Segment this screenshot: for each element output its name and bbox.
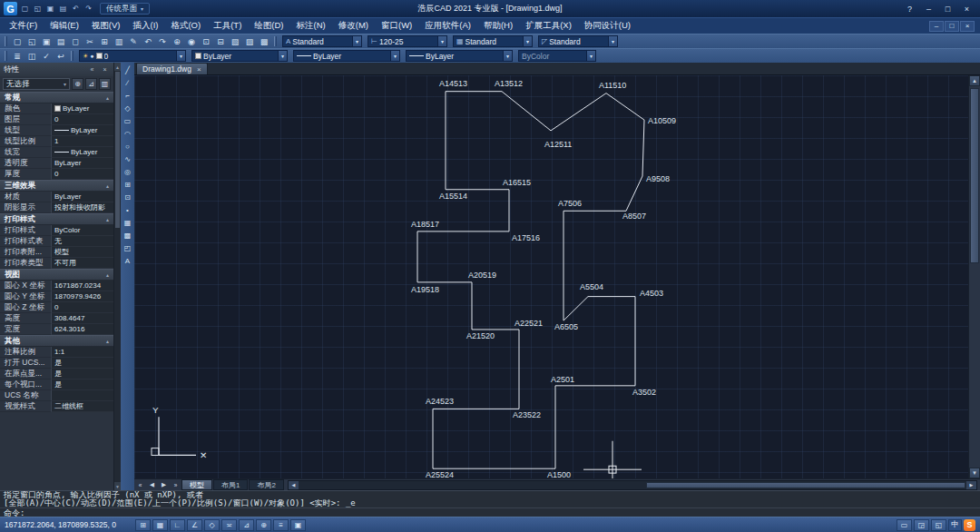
scroll-down-icon[interactable]: ▼ [114, 482, 121, 490]
scroll-down-icon[interactable]: ▼ [969, 468, 980, 478]
menu-edit[interactable]: 编辑(E) [44, 18, 85, 34]
selection-type-select[interactable]: 无选择 ▾ [3, 78, 70, 90]
menu-file[interactable]: 文件(F) [3, 18, 44, 34]
prop-value-linetype-scale[interactable]: 1 [51, 136, 113, 147]
mleader-style-select[interactable]: ◸Standard▾ [538, 35, 618, 47]
section-header-plot-style[interactable]: 打印样式▴ [0, 213, 113, 225]
chevron-down-icon[interactable]: ▾ [176, 51, 185, 61]
h-scroll-thumb[interactable] [646, 482, 965, 488]
pan-icon[interactable]: ⊕ [170, 35, 184, 48]
plot-icon[interactable]: ▤ [54, 35, 68, 48]
toolbar-grip[interactable] [71, 51, 74, 61]
prop-value-ucs-icon-on[interactable]: 是 [51, 358, 113, 369]
color-select[interactable]: ByLayer▾ [191, 50, 288, 62]
spline-tool-icon[interactable]: ∿ [122, 153, 133, 165]
collapse-icon[interactable]: ▴ [106, 271, 109, 278]
quickprops-toggle[interactable]: ▣ [290, 519, 306, 531]
chevron-down-icon[interactable]: ▾ [608, 36, 617, 46]
chevron-down-icon[interactable]: ▾ [390, 51, 399, 61]
osnap-toggle[interactable]: ◇ [204, 519, 220, 531]
prop-value-width[interactable]: 624.3016 [51, 324, 113, 335]
prop-value-center-x[interactable]: 1671867.0234 [51, 281, 113, 291]
zoom-previous-icon[interactable]: ⊟ [213, 35, 228, 48]
point-tool-icon[interactable]: • [122, 204, 133, 216]
menu-window[interactable]: 窗口(W) [375, 18, 418, 34]
prop-value-plot-table-attached[interactable]: 模型 [51, 247, 113, 258]
otrack-toggle[interactable]: ≍ [221, 519, 237, 531]
select-objects-button[interactable]: ⊿ [85, 78, 97, 90]
toolbar-grip[interactable] [5, 36, 7, 46]
layer-states-icon[interactable]: ◫ [24, 50, 39, 63]
toolbar-grip[interactable] [5, 51, 7, 61]
prop-value-visual-style[interactable]: 二维线框 [51, 401, 113, 412]
workspace-switcher[interactable]: 传统界面 ▾ [100, 3, 150, 15]
collapse-icon[interactable]: ▴ [106, 216, 109, 222]
collapse-icon[interactable]: ▴ [106, 338, 109, 344]
ducs-toggle[interactable]: ⊿ [239, 519, 254, 531]
paste-icon[interactable]: ▥ [112, 35, 126, 48]
properties-palette-icon[interactable]: ▧ [228, 35, 242, 48]
collapse-icon[interactable]: ▴ [106, 94, 109, 101]
prop-value-material[interactable]: ByLayer [51, 192, 113, 202]
scroll-up-icon[interactable]: ▲ [114, 63, 121, 71]
prev-layout-button[interactable]: ◀ [146, 479, 158, 490]
menu-dimension[interactable]: 标注(N) [290, 18, 332, 34]
vertical-scrollbar[interactable]: ▲ ▼ [968, 75, 980, 478]
cut-icon[interactable]: ✂ [83, 35, 97, 48]
prop-value-plot-style-table[interactable]: 无 [51, 236, 113, 247]
mtext-tool-icon[interactable]: A [122, 255, 133, 267]
prop-value-plot-style[interactable]: ByColor [51, 225, 113, 236]
lineweight-select[interactable]: ByLayer▾ [406, 50, 513, 62]
prop-value-ucs-name[interactable] [51, 390, 113, 401]
plot-style-select[interactable]: ByColor▾ [518, 50, 596, 62]
palette-scroll-track[interactable] [114, 71, 121, 482]
doc-close-button[interactable]: × [960, 21, 975, 32]
section-header-effects-3d[interactable]: 三维效果▴ [0, 180, 113, 192]
circle-tool-icon[interactable]: ○ [122, 141, 133, 153]
section-header-general[interactable]: 常规▴ [0, 92, 113, 103]
grid-toggle[interactable]: ▦ [152, 519, 168, 531]
next-layout-button[interactable]: ▶ [158, 479, 170, 490]
prop-value-center-y[interactable]: 1870979.9426 [51, 291, 113, 302]
xline-tool-icon[interactable]: ∕ [122, 77, 133, 89]
palette-scrollbar[interactable]: ▲ ▼ [113, 63, 121, 490]
chevron-down-icon[interactable]: ▾ [503, 51, 512, 61]
layer-properties-icon[interactable]: ≣ [10, 50, 24, 63]
menu-help[interactable]: 帮助(H) [477, 18, 519, 34]
h-scroll-track[interactable] [299, 481, 966, 489]
linetype-select[interactable]: ByLayer▾ [293, 50, 400, 62]
v-scroll-track[interactable] [969, 86, 980, 468]
gradient-tool-icon[interactable]: ▩ [122, 230, 133, 241]
new-icon[interactable]: ▢ [10, 35, 24, 48]
tab-layout1[interactable]: 布局1 [213, 479, 248, 490]
clean-screen-button[interactable]: ◲ [914, 519, 929, 531]
prop-value-annotation-scale[interactable]: 1:1 [51, 347, 113, 358]
copy-icon[interactable]: ⊞ [97, 35, 112, 48]
qat-save-icon[interactable]: ▣ [44, 3, 56, 15]
properties-palette-header[interactable]: 特性 « × [0, 63, 113, 76]
make-layer-current-icon[interactable]: ✓ [39, 50, 54, 63]
insert-block-tool-icon[interactable]: ⊞ [122, 179, 133, 191]
make-block-tool-icon[interactable]: ⊡ [122, 192, 133, 203]
command-prompt[interactable]: 命令: [0, 507, 980, 517]
prop-value-thickness[interactable]: 0 [51, 169, 113, 180]
model-space-button[interactable]: ▭ [897, 519, 912, 531]
scroll-right-icon[interactable]: ▶ [966, 481, 976, 489]
prop-value-ucs-per-viewport[interactable]: 是 [51, 379, 113, 390]
toolbar-grip[interactable] [274, 36, 277, 46]
plot-preview-icon[interactable]: ◻ [68, 35, 83, 48]
polyline-tool-icon[interactable]: ⌐ [122, 90, 133, 102]
region-tool-icon[interactable]: ◰ [122, 242, 133, 254]
ortho-toggle[interactable]: ∟ [170, 519, 185, 531]
match-properties-icon[interactable]: ✎ [126, 35, 141, 48]
qat-redo-icon[interactable]: ↷ [83, 3, 94, 15]
menu-tools[interactable]: 工具(T) [207, 18, 248, 34]
undo-icon[interactable]: ↶ [141, 35, 155, 48]
quick-select-button[interactable]: ▥ [99, 78, 111, 90]
lineweight-toggle[interactable]: ≡ [273, 519, 289, 531]
toolpalette-icon[interactable]: ▩ [257, 35, 271, 48]
rectangle-tool-icon[interactable]: ▭ [122, 115, 133, 127]
app-logo-icon[interactable]: G [4, 2, 17, 15]
tab-layout2[interactable]: 布局2 [249, 479, 283, 490]
drawing-viewport[interactable]: A1500A2501A3502A4503A5504A6505A7506A8507… [134, 75, 968, 478]
